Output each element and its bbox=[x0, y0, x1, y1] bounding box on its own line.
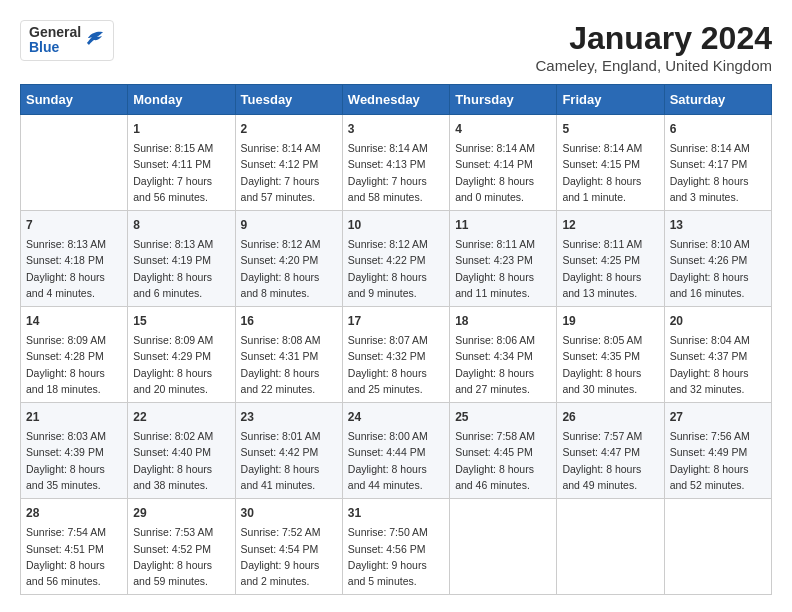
header-sunday: Sunday bbox=[21, 85, 128, 115]
month-title: January 2024 bbox=[535, 20, 772, 57]
calendar-cell: 8Sunrise: 8:13 AM Sunset: 4:19 PM Daylig… bbox=[128, 211, 235, 307]
calendar-cell bbox=[450, 499, 557, 595]
calendar-cell: 12Sunrise: 8:11 AM Sunset: 4:25 PM Dayli… bbox=[557, 211, 664, 307]
calendar-cell: 26Sunrise: 7:57 AM Sunset: 4:47 PM Dayli… bbox=[557, 403, 664, 499]
calendar-cell: 19Sunrise: 8:05 AM Sunset: 4:35 PM Dayli… bbox=[557, 307, 664, 403]
day-info: Sunrise: 7:56 AM Sunset: 4:49 PM Dayligh… bbox=[670, 428, 766, 493]
day-number: 28 bbox=[26, 504, 122, 522]
calendar-cell: 1Sunrise: 8:15 AM Sunset: 4:11 PM Daylig… bbox=[128, 115, 235, 211]
day-number: 31 bbox=[348, 504, 444, 522]
calendar-week-row: 14Sunrise: 8:09 AM Sunset: 4:28 PM Dayli… bbox=[21, 307, 772, 403]
day-info: Sunrise: 7:58 AM Sunset: 4:45 PM Dayligh… bbox=[455, 428, 551, 493]
day-number: 24 bbox=[348, 408, 444, 426]
day-info: Sunrise: 7:50 AM Sunset: 4:56 PM Dayligh… bbox=[348, 524, 444, 589]
calendar-cell: 13Sunrise: 8:10 AM Sunset: 4:26 PM Dayli… bbox=[664, 211, 771, 307]
calendar-cell: 18Sunrise: 8:06 AM Sunset: 4:34 PM Dayli… bbox=[450, 307, 557, 403]
calendar-cell: 7Sunrise: 8:13 AM Sunset: 4:18 PM Daylig… bbox=[21, 211, 128, 307]
day-info: Sunrise: 7:53 AM Sunset: 4:52 PM Dayligh… bbox=[133, 524, 229, 589]
calendar-week-row: 7Sunrise: 8:13 AM Sunset: 4:18 PM Daylig… bbox=[21, 211, 772, 307]
day-info: Sunrise: 8:12 AM Sunset: 4:20 PM Dayligh… bbox=[241, 236, 337, 301]
day-info: Sunrise: 8:01 AM Sunset: 4:42 PM Dayligh… bbox=[241, 428, 337, 493]
day-info: Sunrise: 8:09 AM Sunset: 4:29 PM Dayligh… bbox=[133, 332, 229, 397]
day-number: 13 bbox=[670, 216, 766, 234]
calendar-cell: 29Sunrise: 7:53 AM Sunset: 4:52 PM Dayli… bbox=[128, 499, 235, 595]
day-info: Sunrise: 8:13 AM Sunset: 4:19 PM Dayligh… bbox=[133, 236, 229, 301]
day-info: Sunrise: 8:06 AM Sunset: 4:34 PM Dayligh… bbox=[455, 332, 551, 397]
calendar-cell: 30Sunrise: 7:52 AM Sunset: 4:54 PM Dayli… bbox=[235, 499, 342, 595]
header-monday: Monday bbox=[128, 85, 235, 115]
calendar-cell: 16Sunrise: 8:08 AM Sunset: 4:31 PM Dayli… bbox=[235, 307, 342, 403]
day-number: 20 bbox=[670, 312, 766, 330]
logo-container: General Blue bbox=[20, 20, 114, 61]
day-number: 19 bbox=[562, 312, 658, 330]
calendar-cell bbox=[21, 115, 128, 211]
calendar-cell: 17Sunrise: 8:07 AM Sunset: 4:32 PM Dayli… bbox=[342, 307, 449, 403]
day-info: Sunrise: 8:04 AM Sunset: 4:37 PM Dayligh… bbox=[670, 332, 766, 397]
calendar-cell: 11Sunrise: 8:11 AM Sunset: 4:23 PM Dayli… bbox=[450, 211, 557, 307]
calendar-cell: 21Sunrise: 8:03 AM Sunset: 4:39 PM Dayli… bbox=[21, 403, 128, 499]
header-thursday: Thursday bbox=[450, 85, 557, 115]
day-info: Sunrise: 8:11 AM Sunset: 4:25 PM Dayligh… bbox=[562, 236, 658, 301]
day-info: Sunrise: 8:13 AM Sunset: 4:18 PM Dayligh… bbox=[26, 236, 122, 301]
calendar-cell: 5Sunrise: 8:14 AM Sunset: 4:15 PM Daylig… bbox=[557, 115, 664, 211]
calendar-cell: 9Sunrise: 8:12 AM Sunset: 4:20 PM Daylig… bbox=[235, 211, 342, 307]
day-number: 5 bbox=[562, 120, 658, 138]
logo-general: General bbox=[29, 25, 81, 40]
day-number: 11 bbox=[455, 216, 551, 234]
calendar-header-row: SundayMondayTuesdayWednesdayThursdayFrid… bbox=[21, 85, 772, 115]
calendar-cell: 14Sunrise: 8:09 AM Sunset: 4:28 PM Dayli… bbox=[21, 307, 128, 403]
day-info: Sunrise: 7:54 AM Sunset: 4:51 PM Dayligh… bbox=[26, 524, 122, 589]
day-number: 6 bbox=[670, 120, 766, 138]
day-info: Sunrise: 8:09 AM Sunset: 4:28 PM Dayligh… bbox=[26, 332, 122, 397]
calendar-cell: 22Sunrise: 8:02 AM Sunset: 4:40 PM Dayli… bbox=[128, 403, 235, 499]
day-info: Sunrise: 8:14 AM Sunset: 4:15 PM Dayligh… bbox=[562, 140, 658, 205]
calendar-cell: 25Sunrise: 7:58 AM Sunset: 4:45 PM Dayli… bbox=[450, 403, 557, 499]
calendar-cell: 24Sunrise: 8:00 AM Sunset: 4:44 PM Dayli… bbox=[342, 403, 449, 499]
calendar-week-row: 21Sunrise: 8:03 AM Sunset: 4:39 PM Dayli… bbox=[21, 403, 772, 499]
day-number: 1 bbox=[133, 120, 229, 138]
day-number: 30 bbox=[241, 504, 337, 522]
day-number: 8 bbox=[133, 216, 229, 234]
calendar-cell: 28Sunrise: 7:54 AM Sunset: 4:51 PM Dayli… bbox=[21, 499, 128, 595]
page-header: General Blue January 2024 Cameley, Engla… bbox=[20, 20, 772, 74]
day-info: Sunrise: 7:57 AM Sunset: 4:47 PM Dayligh… bbox=[562, 428, 658, 493]
calendar-cell: 3Sunrise: 8:14 AM Sunset: 4:13 PM Daylig… bbox=[342, 115, 449, 211]
day-info: Sunrise: 8:12 AM Sunset: 4:22 PM Dayligh… bbox=[348, 236, 444, 301]
calendar-cell: 4Sunrise: 8:14 AM Sunset: 4:14 PM Daylig… bbox=[450, 115, 557, 211]
day-number: 10 bbox=[348, 216, 444, 234]
day-number: 4 bbox=[455, 120, 551, 138]
calendar-cell: 10Sunrise: 8:12 AM Sunset: 4:22 PM Dayli… bbox=[342, 211, 449, 307]
location-subtitle: Cameley, England, United Kingdom bbox=[535, 57, 772, 74]
title-block: January 2024 Cameley, England, United Ki… bbox=[535, 20, 772, 74]
day-info: Sunrise: 8:14 AM Sunset: 4:12 PM Dayligh… bbox=[241, 140, 337, 205]
logo: General Blue bbox=[20, 20, 114, 61]
calendar-cell: 15Sunrise: 8:09 AM Sunset: 4:29 PM Dayli… bbox=[128, 307, 235, 403]
day-info: Sunrise: 8:07 AM Sunset: 4:32 PM Dayligh… bbox=[348, 332, 444, 397]
day-number: 22 bbox=[133, 408, 229, 426]
day-number: 9 bbox=[241, 216, 337, 234]
header-friday: Friday bbox=[557, 85, 664, 115]
calendar-week-row: 1Sunrise: 8:15 AM Sunset: 4:11 PM Daylig… bbox=[21, 115, 772, 211]
day-info: Sunrise: 8:03 AM Sunset: 4:39 PM Dayligh… bbox=[26, 428, 122, 493]
header-tuesday: Tuesday bbox=[235, 85, 342, 115]
day-info: Sunrise: 8:15 AM Sunset: 4:11 PM Dayligh… bbox=[133, 140, 229, 205]
calendar-cell: 27Sunrise: 7:56 AM Sunset: 4:49 PM Dayli… bbox=[664, 403, 771, 499]
calendar-cell: 23Sunrise: 8:01 AM Sunset: 4:42 PM Dayli… bbox=[235, 403, 342, 499]
logo-text: General Blue bbox=[29, 25, 81, 56]
day-number: 29 bbox=[133, 504, 229, 522]
day-info: Sunrise: 8:11 AM Sunset: 4:23 PM Dayligh… bbox=[455, 236, 551, 301]
day-number: 12 bbox=[562, 216, 658, 234]
calendar-cell: 20Sunrise: 8:04 AM Sunset: 4:37 PM Dayli… bbox=[664, 307, 771, 403]
day-info: Sunrise: 8:14 AM Sunset: 4:17 PM Dayligh… bbox=[670, 140, 766, 205]
day-number: 7 bbox=[26, 216, 122, 234]
calendar-cell: 6Sunrise: 8:14 AM Sunset: 4:17 PM Daylig… bbox=[664, 115, 771, 211]
day-number: 16 bbox=[241, 312, 337, 330]
calendar-cell bbox=[664, 499, 771, 595]
day-number: 21 bbox=[26, 408, 122, 426]
day-info: Sunrise: 7:52 AM Sunset: 4:54 PM Dayligh… bbox=[241, 524, 337, 589]
calendar-cell: 2Sunrise: 8:14 AM Sunset: 4:12 PM Daylig… bbox=[235, 115, 342, 211]
day-number: 18 bbox=[455, 312, 551, 330]
day-info: Sunrise: 8:05 AM Sunset: 4:35 PM Dayligh… bbox=[562, 332, 658, 397]
day-info: Sunrise: 8:00 AM Sunset: 4:44 PM Dayligh… bbox=[348, 428, 444, 493]
day-info: Sunrise: 8:10 AM Sunset: 4:26 PM Dayligh… bbox=[670, 236, 766, 301]
